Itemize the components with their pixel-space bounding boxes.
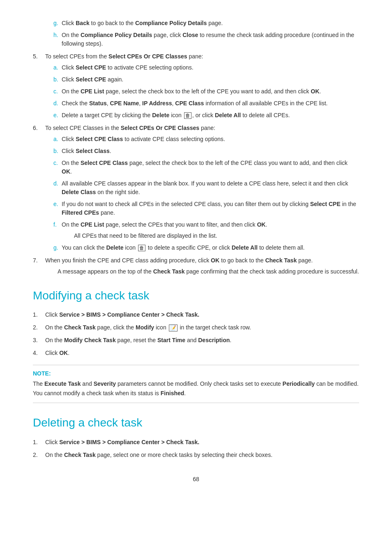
- modifying-step-4: Click OK.: [33, 349, 359, 357]
- modifying-heading: Modifying a check task: [33, 288, 359, 303]
- list-item: On the Select CPE Class page, select the…: [53, 159, 359, 176]
- list-item: Click Select Class.: [53, 147, 359, 155]
- delete-icon: 🗑: [184, 112, 191, 119]
- deleting-step-1: Click Service > BIMS > Compliance Center…: [33, 438, 359, 447]
- list-item: If you do not want to check all CPEs in …: [53, 200, 359, 217]
- modifying-step-3: On the Modify Check Task page, reset the…: [33, 336, 359, 345]
- page-content: Click Back to go back to the Compliance …: [33, 19, 359, 482]
- note-label: NOTE:: [33, 370, 359, 377]
- list-item-5: To select CPEs from the Select CPEs Or C…: [33, 52, 359, 120]
- delete-icon: 🗑: [138, 245, 145, 251]
- deleting-heading: Deleting a check task: [33, 415, 359, 430]
- list-item-6: To select CPE Classes in the Select CPEs…: [33, 124, 359, 252]
- list-item: Click Back to go back to the Compliance …: [53, 19, 359, 28]
- modifying-step-2: On the Check Task page, click the Modify…: [33, 323, 359, 332]
- modify-icon: 📝: [169, 324, 178, 331]
- sub-list-5: Click Select CPE to activate CPE selecti…: [45, 63, 359, 120]
- page-number: 68: [33, 476, 359, 482]
- main-list: To select CPEs from the Select CPEs Or C…: [33, 52, 359, 276]
- list-item: Delete a target CPE by clicking the Dele…: [53, 111, 359, 120]
- deleting-step-2: On the Check Task page, select one or mo…: [33, 451, 359, 459]
- list-item: All available CPE classes appear in the …: [53, 179, 359, 197]
- list-item-7: When you finish the CPE and CPE class ad…: [33, 256, 359, 276]
- note-text: The Execute Task and Severity parameters…: [33, 379, 359, 398]
- sub-list-6: Click Select CPE Class to activate CPE c…: [45, 135, 359, 252]
- note-box: NOTE: The Execute Task and Severity para…: [33, 365, 359, 403]
- prev-sub-list: Click Back to go back to the Compliance …: [33, 19, 359, 48]
- modifying-step-1: Click Service > BIMS > Compliance Center…: [33, 311, 359, 319]
- list-item: On the CPE List page, select the check b…: [53, 87, 359, 96]
- list-item: On the Compliance Policy Details page, c…: [53, 31, 359, 48]
- modifying-list: Click Service > BIMS > Compliance Center…: [33, 311, 359, 357]
- list-item: Click Select CPE to activate CPE selecti…: [53, 63, 359, 72]
- extra-text: A message appears on the top of the Chec…: [45, 267, 359, 276]
- list-item: Click Select CPE again.: [53, 75, 359, 84]
- extra-text: All CPEs that need to be filtered are di…: [62, 232, 359, 240]
- list-item: On the CPE List page, select the CPEs th…: [53, 220, 359, 240]
- list-item: Click Select CPE Class to activate CPE c…: [53, 135, 359, 144]
- list-item: Check the Status, CPE Name, IP Address, …: [53, 99, 359, 108]
- deleting-list: Click Service > BIMS > Compliance Center…: [33, 438, 359, 459]
- list-item: You can click the Delete icon 🗑 to delet…: [53, 243, 359, 252]
